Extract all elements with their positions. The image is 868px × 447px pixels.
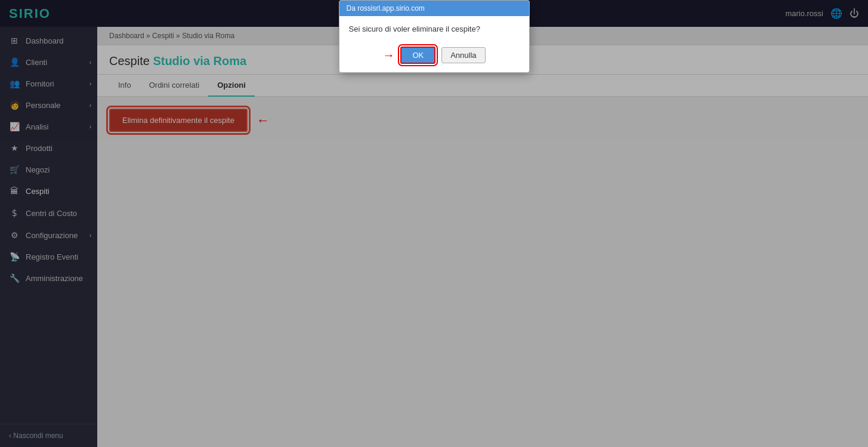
dialog-overlay: Da rossisrl.app.sirio.com Sei sicuro di … <box>0 0 868 447</box>
confirm-dialog: Da rossisrl.app.sirio.com Sei sicuro di … <box>339 0 530 73</box>
dialog-titlebar: Da rossisrl.app.sirio.com <box>339 1 529 16</box>
annotation-arrow-ok: → <box>382 48 394 62</box>
dialog-message: Sei sicuro di voler eliminare il cespite… <box>349 24 520 33</box>
dialog-title: Da rossisrl.app.sirio.com <box>347 4 425 13</box>
dialog-ok-button[interactable]: OK <box>400 47 435 64</box>
dialog-cancel-button[interactable]: Annulla <box>441 47 485 63</box>
dialog-body: Sei sicuro di voler eliminare il cespite… <box>339 16 529 47</box>
dialog-buttons: → OK Annulla <box>339 47 529 72</box>
